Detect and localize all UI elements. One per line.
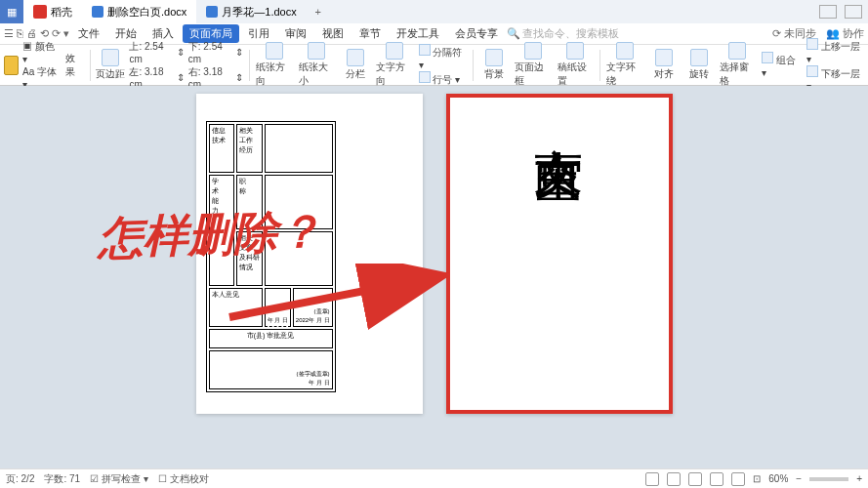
moveup-icon [806, 38, 818, 50]
margins-button[interactable]: 页边距 [96, 49, 125, 81]
view-web-icon[interactable] [731, 472, 745, 486]
menu-view[interactable]: 视图 [315, 24, 351, 43]
command-search[interactable]: 查找命令、搜索模板 [522, 26, 619, 41]
menu-review[interactable]: 审阅 [278, 24, 313, 43]
menu-dev[interactable]: 开发工具 [390, 24, 446, 43]
view-print-icon[interactable] [667, 472, 681, 486]
pagesize-icon [308, 42, 325, 60]
cell: 相关 工作 经历 [236, 124, 263, 173]
proof-toggle[interactable]: ☐ 文档校对 [158, 472, 209, 486]
margins-icon [102, 49, 119, 66]
moveup-button[interactable]: 上移一层 ▾ [806, 38, 864, 64]
effect-picker[interactable]: 效果 [65, 52, 84, 79]
zoom-level[interactable]: 60% [768, 473, 788, 484]
theme-icon[interactable] [4, 56, 19, 75]
group-button[interactable]: 组合 ▾ [762, 52, 801, 78]
how-delete-annotation: 怎样删除？ [97, 201, 323, 269]
lineno-button[interactable]: 行号 ▾ [419, 71, 467, 87]
align-button[interactable]: 对齐 [649, 49, 679, 81]
wrap-button[interactable]: 文字环绕 [606, 42, 643, 88]
tab-doc-1[interactable]: 月季花—1.docx [196, 0, 306, 23]
tab-home-label: 稻壳 [51, 5, 72, 20]
app-menu-icon[interactable]: ▦ [0, 0, 23, 23]
textdir-icon [386, 42, 403, 60]
statusbar: 页: 2/2 字数: 71 ☑ 拼写检查 ▾ ☐ 文档校对 ⊡ 60% − + [0, 468, 868, 488]
background-icon [485, 49, 503, 66]
tab-doc-1-label: 月季花—1.docx [222, 5, 296, 20]
columns-icon [347, 49, 364, 66]
titlebar: ▦ 稻壳 删除空白页.docx 月季花—1.docx + [0, 0, 868, 23]
view-outline-icon[interactable] [688, 472, 702, 486]
zoom-slider[interactable] [809, 477, 848, 481]
zoom-in[interactable]: + [856, 473, 862, 484]
cell: 市(县) 审批意见 [209, 329, 333, 348]
lineno-icon [419, 71, 431, 83]
tab-home[interactable]: 稻壳 [23, 0, 82, 23]
color-picker[interactable]: ▣ 颜色 ▾ [22, 40, 62, 64]
fit-icon[interactable]: ⊡ [753, 473, 761, 484]
orientation-icon [266, 42, 283, 60]
svg-line-1 [229, 278, 430, 317]
spinner-icon[interactable]: ⇕ [235, 47, 243, 58]
window-btn-2[interactable] [845, 5, 862, 19]
arrow-annotation [225, 264, 449, 332]
pageborder-button[interactable]: 页面边框 [515, 42, 552, 88]
watermark-button[interactable]: 稿纸设置 [558, 42, 595, 88]
blank-page-annotation: 文末空白页 [526, 109, 592, 119]
view-tool-icon[interactable] [645, 472, 659, 486]
page-2-blank[interactable]: 文末空白页 [446, 94, 673, 414]
watermark-icon [566, 42, 584, 60]
window-btn-1[interactable] [819, 5, 837, 19]
selectpane-icon [728, 42, 746, 60]
rotate-icon [690, 49, 708, 66]
cell: 信息技术 [209, 124, 234, 173]
pagesize-button[interactable]: 纸张大小 [299, 42, 336, 88]
pageborder-icon [524, 42, 542, 60]
group-icon [762, 52, 773, 63]
rotate-button[interactable]: 旋转 [684, 49, 714, 81]
menu-references[interactable]: 引用 [241, 24, 276, 43]
columns-button[interactable]: 分栏 [341, 49, 370, 81]
spinner-icon[interactable]: ⇕ [177, 72, 185, 83]
selectpane-button[interactable]: 选择窗格 [720, 42, 757, 88]
docer-icon [33, 5, 47, 19]
tab-add[interactable]: + [307, 6, 330, 18]
margin-bottom-label: 下: 2.54 cm [188, 40, 233, 64]
margin-top-label: 上: 2.54 cm [129, 40, 174, 64]
orientation-button[interactable]: 纸张方向 [256, 42, 293, 88]
ribbon-pagelayout: ▣ 颜色 ▾ Aa 字体 ▾ 效果 页边距 上: 2.54 cm⇕ 左: 3.1… [0, 45, 868, 86]
align-icon [655, 49, 673, 66]
view-read-icon[interactable] [710, 472, 723, 486]
spellcheck-toggle[interactable]: ☑ 拼写检查 ▾ [90, 472, 148, 486]
breaks-button[interactable]: 分隔符 ▾ [419, 44, 467, 70]
zoom-out[interactable]: − [796, 473, 802, 484]
word-doc-icon [92, 6, 103, 18]
wrap-icon [616, 42, 634, 60]
breaks-icon [419, 44, 431, 56]
page-indicator[interactable]: 页: 2/2 [6, 472, 34, 486]
spinner-icon[interactable]: ⇕ [235, 72, 243, 83]
menu-member[interactable]: 会员专享 [448, 24, 505, 43]
word-doc-icon [206, 6, 218, 18]
search-icon: 🔍 [507, 27, 520, 40]
movedown-icon [806, 65, 818, 77]
background-button[interactable]: 背景 [479, 49, 509, 81]
tab-doc-0-label: 删除空白页.docx [107, 5, 186, 20]
textdir-button[interactable]: 文字方向 [376, 42, 413, 88]
word-count[interactable]: 字数: 71 [44, 472, 80, 486]
spinner-icon[interactable]: ⇕ [177, 47, 185, 58]
menu-section[interactable]: 章节 [352, 24, 388, 43]
tab-doc-0[interactable]: 删除空白页.docx [82, 0, 196, 23]
quickbar: ☰ ⎘ 🖨 ⟲ ⟳ ▾ [4, 27, 69, 40]
